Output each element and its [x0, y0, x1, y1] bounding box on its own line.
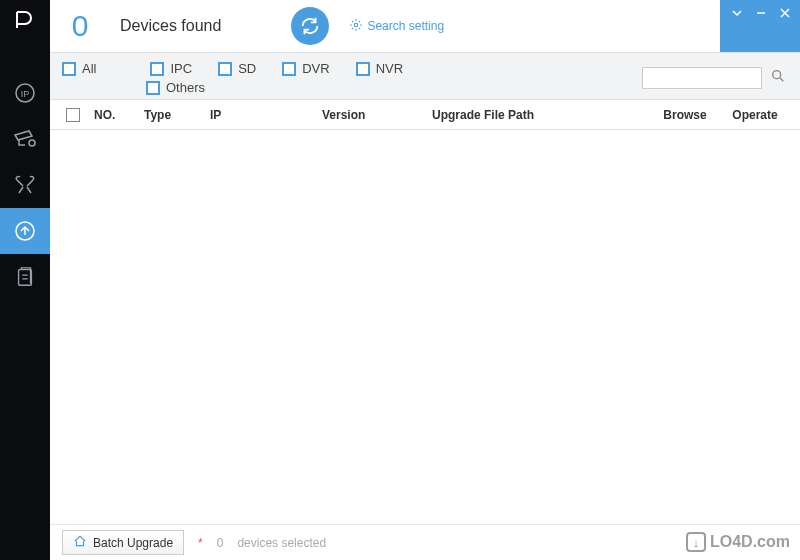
sidebar: IP [0, 0, 50, 560]
col-version: Version [316, 108, 426, 122]
nav-camera-icon[interactable] [0, 116, 50, 162]
nav-document-icon[interactable] [0, 254, 50, 300]
refresh-button[interactable] [291, 7, 329, 45]
refresh-icon [299, 15, 321, 37]
search-setting-label: Search setting [367, 19, 444, 33]
app-logo [0, 0, 50, 40]
upgrade-icon [73, 534, 87, 551]
required-star: * [198, 536, 203, 550]
svg-point-5 [355, 23, 359, 27]
checkbox-icon[interactable] [218, 62, 232, 76]
svg-rect-4 [19, 270, 32, 286]
col-browse: Browse [650, 108, 720, 122]
svg-text:IP: IP [21, 89, 30, 99]
col-no: NO. [88, 108, 138, 122]
main-panel: 0 Devices found Search setting [50, 0, 800, 560]
devices-found-label: Devices found [120, 17, 221, 35]
table-body [50, 130, 800, 524]
col-type: Type [138, 108, 204, 122]
svg-point-6 [773, 71, 781, 79]
col-operate: Operate [720, 108, 790, 122]
batch-upgrade-label: Batch Upgrade [93, 536, 173, 550]
nav-upgrade-icon[interactable] [0, 208, 50, 254]
filter-nvr[interactable]: NVR [356, 61, 403, 76]
footer-bar: Batch Upgrade * 0 devices selected [50, 524, 800, 560]
table-header: NO. Type IP Version Upgrade File Path Br… [50, 100, 800, 130]
device-count: 0 [50, 9, 110, 43]
filter-dvr[interactable]: DVR [282, 61, 329, 76]
filter-ipc[interactable]: IPC [150, 61, 192, 76]
svg-point-2 [29, 140, 35, 146]
checkbox-icon[interactable] [150, 62, 164, 76]
checkbox-icon[interactable] [356, 62, 370, 76]
col-ip: IP [204, 108, 316, 122]
col-path: Upgrade File Path [426, 108, 650, 122]
filter-sd[interactable]: SD [218, 61, 256, 76]
gear-icon [349, 18, 363, 35]
header-bar: 0 Devices found Search setting [50, 0, 800, 52]
filter-search-input[interactable] [642, 67, 762, 89]
checkbox-icon[interactable] [282, 62, 296, 76]
filter-others[interactable]: Others [146, 80, 205, 95]
batch-upgrade-button[interactable]: Batch Upgrade [62, 530, 184, 555]
checkbox-icon[interactable] [146, 81, 160, 95]
filter-bar: All IPC SD DVR NVR [50, 52, 800, 100]
selected-label: devices selected [237, 536, 326, 550]
selected-count: 0 [217, 536, 224, 550]
checkbox-icon[interactable] [62, 62, 76, 76]
filter-all[interactable]: All [62, 61, 96, 76]
search-icon[interactable] [770, 68, 786, 88]
nav-tools-icon[interactable] [0, 162, 50, 208]
search-setting-link[interactable]: Search setting [349, 18, 444, 35]
select-all-checkbox[interactable] [66, 108, 80, 122]
nav-ip-icon[interactable]: IP [0, 70, 50, 116]
